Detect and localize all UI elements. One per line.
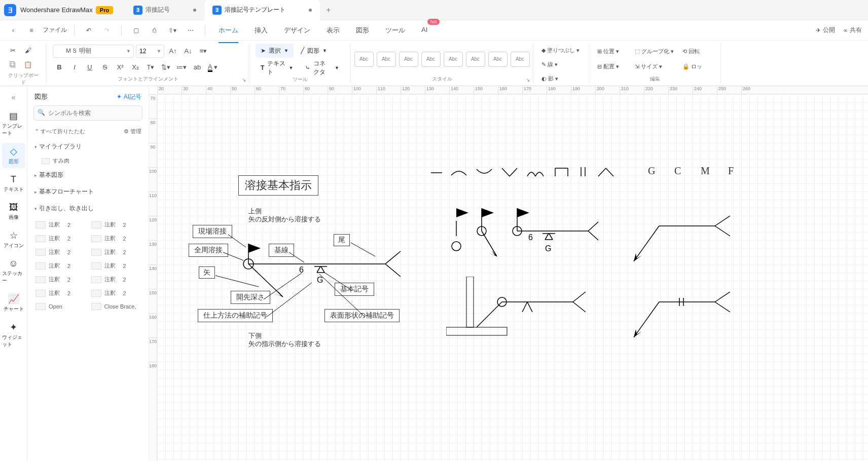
shape-item[interactable]: 注釈 2 xyxy=(33,260,87,272)
label-all-around[interactable]: 全周溶接 xyxy=(189,244,228,257)
rail-sticker[interactable]: ☺ステッカー xyxy=(2,255,25,287)
weld-example-3[interactable] xyxy=(446,277,608,337)
underline-button[interactable]: U xyxy=(83,61,96,74)
position-button[interactable]: ⊞ 位置▾ xyxy=(595,45,631,58)
weld-example-4[interactable] xyxy=(624,292,740,337)
symbol-letter-G[interactable]: G xyxy=(648,165,655,177)
print-button[interactable]: ⎙ xyxy=(147,23,161,37)
category-basic-flowchart[interactable]: 基本フローチャート xyxy=(27,183,149,200)
weld-example-2[interactable] xyxy=(624,216,740,261)
ai-symbol-button[interactable]: ✦ AI記号 xyxy=(117,93,141,101)
file-menu[interactable]: ファイル xyxy=(43,26,67,34)
group-launcher-icon[interactable]: ↘ xyxy=(242,77,246,83)
font-color-button[interactable]: A▾ xyxy=(206,61,220,74)
label-surface-aux[interactable]: 表面形状の補助記号 xyxy=(324,309,400,322)
rail-shape[interactable]: ◇図形 xyxy=(2,143,25,168)
fill-button[interactable]: ◆ 塗りつぶし▾ xyxy=(539,44,590,57)
style-preset[interactable]: Abc xyxy=(466,52,485,67)
redo-button[interactable]: ↷ xyxy=(100,23,114,37)
style-preset[interactable]: Abc xyxy=(488,52,508,67)
label-arrow[interactable]: 矢 xyxy=(199,266,215,279)
shapes-search-input[interactable] xyxy=(33,105,142,121)
label-finish-aux[interactable]: 仕上方法の補助記号 xyxy=(198,309,273,322)
tab-tool[interactable]: ツール xyxy=(385,22,405,39)
size-button[interactable]: ⇲ サイズ▾ xyxy=(633,60,678,73)
back-button[interactable]: ‹ xyxy=(6,23,20,37)
bullets-button[interactable]: ≔▾ xyxy=(174,61,189,74)
align-left-button[interactable]: ≡▾ xyxy=(197,45,210,58)
copy-button[interactable]: ⿻ xyxy=(6,58,19,71)
new-tab-button[interactable]: + xyxy=(320,6,337,15)
shape-item[interactable]: 注釈 2 xyxy=(33,274,87,285)
connector-tool-button[interactable]: ⤷ コネクタ ▼ xyxy=(300,61,344,75)
canvas-area[interactable]: 2030405060708090100110120130140150160170… xyxy=(149,86,868,461)
line-button[interactable]: ✎ 線▾ xyxy=(539,58,590,71)
bold-button[interactable]: B xyxy=(53,61,66,74)
undo-button[interactable]: ↶ xyxy=(82,23,96,37)
more-button[interactable]: ⋯ xyxy=(184,23,198,37)
shape-item[interactable]: 注釈 2 xyxy=(89,274,143,285)
increase-font-button[interactable]: A↑ xyxy=(166,45,179,58)
rail-template[interactable]: ▤テンプレート xyxy=(2,107,25,140)
paste-button[interactable]: 📋 xyxy=(21,58,34,71)
tab-insert[interactable]: 挿入 xyxy=(255,22,268,39)
rail-widget[interactable]: ✦ウィジェット xyxy=(2,319,25,351)
shape-tool-button[interactable]: ╱ 図形 ▼ xyxy=(296,44,332,58)
label-upper2[interactable]: 矢の反対側から溶接する xyxy=(248,215,321,224)
group-button[interactable]: ⬚ グループ化▾ xyxy=(633,45,678,58)
select-tool-button[interactable]: ➤ 選択 ▼ xyxy=(256,44,294,58)
canvas[interactable]: 溶接基本指示 6 xyxy=(157,94,868,461)
shape-item[interactable]: 注釈 2 xyxy=(33,233,87,244)
style-preset[interactable]: Abc xyxy=(399,52,418,67)
rail-image[interactable]: 🖼画像 xyxy=(2,199,25,224)
share-button[interactable]: ∝ 共有 xyxy=(843,26,862,34)
save-button[interactable]: ▢ xyxy=(129,23,143,37)
symbol-letter-C[interactable]: C xyxy=(674,165,681,177)
font-family-select[interactable] xyxy=(53,45,134,58)
doc-tab-1[interactable]: Ǝ 溶接記号 xyxy=(125,0,204,20)
strikethrough-button[interactable]: S xyxy=(98,61,112,74)
shadow-button[interactable]: ◐ 影▾ xyxy=(539,72,590,85)
tab-shape[interactable]: 図形 xyxy=(356,22,369,39)
tab-design[interactable]: デザイン xyxy=(284,22,310,39)
style-preset[interactable]: Abc xyxy=(444,52,463,67)
style-preset[interactable]: Abc xyxy=(421,52,441,67)
shape-item[interactable]: 注釈 2 xyxy=(89,246,143,258)
cut-button[interactable]: ✂ xyxy=(6,44,19,57)
weld-example-1[interactable]: 6 G xyxy=(446,206,608,261)
align-button[interactable]: ⊟ 配置▾ xyxy=(595,60,631,73)
export-button[interactable]: ⇪▾ xyxy=(165,23,179,37)
tab-home[interactable]: ホーム xyxy=(219,22,238,39)
collapse-rail-button[interactable]: « xyxy=(5,90,23,104)
subscript-button[interactable]: X₂ xyxy=(129,61,142,74)
label-field-weld[interactable]: 現場溶接 xyxy=(193,225,232,238)
label-basic-symbol[interactable]: 基本記号 xyxy=(335,283,374,296)
tab-view[interactable]: 表示 xyxy=(327,22,340,39)
shape-item[interactable]: 注釈 2 xyxy=(33,219,87,230)
shape-item[interactable]: 注釈 2 xyxy=(89,260,143,272)
rotate-button[interactable]: ⟲ 回転 xyxy=(680,45,709,58)
label-reference-line[interactable]: 基線 xyxy=(269,244,294,257)
rail-text[interactable]: Tテキスト xyxy=(2,171,25,196)
text-case-button[interactable]: T▾ xyxy=(144,61,157,74)
rail-chart[interactable]: 📈チャート xyxy=(2,290,25,316)
doc-tab-2[interactable]: Ǝ 溶接記号テンプレート xyxy=(204,0,320,20)
category-basic-shapes[interactable]: 基本図形 xyxy=(27,167,149,183)
shape-item[interactable]: Open xyxy=(33,301,87,312)
label-tail[interactable]: 尾 xyxy=(334,234,350,246)
shape-item[interactable]: 注釈 2 xyxy=(89,233,143,244)
library-sub-sumi[interactable]: すみ肉 xyxy=(27,155,149,167)
clear-format-button[interactable]: ab xyxy=(191,61,204,74)
symbol-letter-M[interactable]: M xyxy=(701,165,710,177)
shape-item[interactable]: 注釈 2 xyxy=(33,287,87,299)
line-spacing-button[interactable]: ⇅▾ xyxy=(159,61,172,74)
tab-ai[interactable]: AI hot xyxy=(421,22,427,39)
canvas-title-box[interactable]: 溶接基本指示 xyxy=(238,175,318,196)
shape-item[interactable]: 注釈 2 xyxy=(33,246,87,258)
menu-icon[interactable]: ≡ xyxy=(24,23,39,37)
superscript-button[interactable]: X² xyxy=(114,61,127,74)
decrease-font-button[interactable]: A↓ xyxy=(182,45,195,58)
label-lower2[interactable]: 矢の指示側から溶接する xyxy=(248,339,321,349)
style-gallery[interactable]: Abc Abc Abc Abc Abc Abc Abc Abc xyxy=(354,52,530,67)
category-my-library[interactable]: マイライブラリ xyxy=(27,138,149,155)
